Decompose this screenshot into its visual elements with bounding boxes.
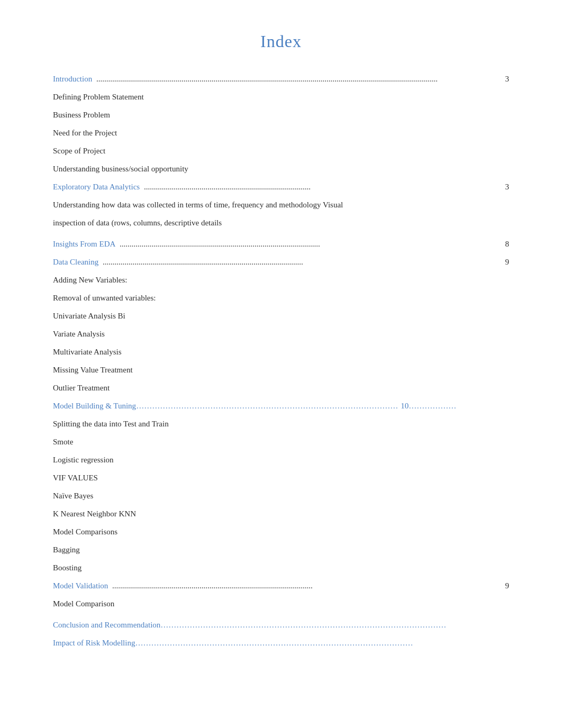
toc-entry-bagging: Bagging bbox=[53, 543, 509, 556]
toc-label-understanding-data: Understanding how data was collected in … bbox=[53, 198, 343, 211]
toc-dots-insights: ........................................… bbox=[117, 238, 496, 250]
toc-entry-data-cleaning: Data Cleaning ..........................… bbox=[53, 256, 509, 268]
toc-label-naive-bayes: Naïve Bayes bbox=[53, 489, 93, 502]
toc-label-inspection-data: inspection of data (rows, columns, descr… bbox=[53, 216, 222, 229]
toc-label-smote: Smote bbox=[53, 435, 73, 448]
toc-entry-multivariate: Multivariate Analysis bbox=[53, 345, 509, 358]
toc-entry-business-problem: Business Problem bbox=[53, 108, 509, 121]
toc-entry-outlier: Outlier Treatment bbox=[53, 381, 509, 394]
toc-entry-boosting: Boosting bbox=[53, 561, 509, 574]
toc-entry-insights-eda: Insights From EDA ......................… bbox=[53, 238, 509, 250]
toc-entry-model-comparisons: Model Comparisons bbox=[53, 525, 509, 538]
toc-entry-exploratory-data-analytics: Exploratory Data Analytics .............… bbox=[53, 180, 509, 193]
toc-entry-impact-risk: Impact of Risk Modelling…………………………………………… bbox=[53, 636, 509, 649]
toc-label-splitting-data: Splitting the data into Test and Train bbox=[53, 417, 169, 430]
toc-entry-inspection-data: inspection of data (rows, columns, descr… bbox=[53, 216, 509, 229]
toc-entry-knn: K Nearest Neighbor KNN bbox=[53, 507, 509, 520]
toc-label-defining-problem: Defining Problem Statement bbox=[53, 90, 144, 103]
toc-label-vif-values: VIF VALUES bbox=[53, 471, 98, 484]
toc-label-boosting: Boosting bbox=[53, 561, 81, 574]
toc-label-missing-value: Missing Value Treatment bbox=[53, 363, 133, 376]
toc-page-data-cleaning: 9 bbox=[498, 256, 509, 268]
toc-dots-data-cleaning: ........................................… bbox=[101, 256, 496, 268]
toc-page-model-validation: 9 bbox=[498, 579, 509, 592]
toc-dots-introduction: ........................................… bbox=[94, 72, 496, 85]
toc-dots-impact-risk: …………………………………………………………………………………………… bbox=[135, 639, 413, 647]
toc-page-introduction: 3 bbox=[498, 72, 509, 85]
toc-entry-variate: Variate Analysis bbox=[53, 327, 509, 340]
toc-label-business-problem: Business Problem bbox=[53, 108, 110, 121]
toc-entry-understanding-data: Understanding how data was collected in … bbox=[53, 198, 509, 211]
toc-entry-scope-of-project: Scope of Project bbox=[53, 144, 509, 157]
toc-entry-introduction: Introduction ...........................… bbox=[53, 72, 509, 85]
toc-label-introduction[interactable]: Introduction bbox=[53, 72, 92, 85]
toc-dots-model-building: ……………………………………………………………………………………… bbox=[136, 399, 398, 412]
toc-entry-model-validation: Model Validation .......................… bbox=[53, 579, 509, 592]
toc-dots-eda: ........................................… bbox=[142, 180, 496, 193]
toc-page-model-building: 10 bbox=[398, 399, 409, 412]
toc-label-scope-of-project: Scope of Project bbox=[53, 144, 105, 157]
toc-dots-conclusion: ……………………………………………………………………………………………… bbox=[160, 621, 446, 629]
toc-label-understanding-business: Understanding business/social opportunit… bbox=[53, 162, 188, 175]
toc-entry-understanding-business: Understanding business/social opportunit… bbox=[53, 162, 509, 175]
toc-label-data-cleaning[interactable]: Data Cleaning bbox=[53, 256, 98, 268]
toc-entry-naive-bayes: Naïve Bayes bbox=[53, 489, 509, 502]
toc-entry-splitting-data: Splitting the data into Test and Train bbox=[53, 417, 509, 430]
toc-label-adding-variables: Adding New Variables: bbox=[53, 274, 128, 286]
toc-entry-adding-variables: Adding New Variables: bbox=[53, 274, 509, 286]
toc-label-model-validation[interactable]: Model Validation bbox=[53, 579, 108, 592]
page-title: Index bbox=[53, 32, 509, 51]
toc-dots-model-validation: ........................................… bbox=[110, 579, 496, 592]
toc-label-exploratory-data-analytics[interactable]: Exploratory Data Analytics bbox=[53, 180, 140, 193]
toc-label-need-for-project: Need for the Project bbox=[53, 126, 117, 139]
toc-label-conclusion[interactable]: Conclusion and Recommendation bbox=[53, 621, 160, 629]
toc-dots-model-building-right: ……………… bbox=[409, 399, 456, 412]
toc-entry-logistic-regression: Logistic regression bbox=[53, 453, 509, 466]
toc-page-eda: 3 bbox=[498, 180, 509, 193]
toc-entry-model-comparison: Model Comparison bbox=[53, 597, 509, 610]
toc-label-univariate: Univariate Analysis Bi bbox=[53, 310, 125, 322]
toc-label-bagging: Bagging bbox=[53, 543, 80, 556]
toc-label-removal-unwanted: Removal of unwanted variables: bbox=[53, 292, 156, 304]
toc-label-logistic-regression: Logistic regression bbox=[53, 453, 114, 466]
toc-entry-need-for-project: Need for the Project bbox=[53, 126, 509, 139]
toc-entry-defining-problem: Defining Problem Statement bbox=[53, 90, 509, 103]
toc-label-variate: Variate Analysis bbox=[53, 327, 105, 340]
toc-label-model-building[interactable]: Model Building & Tuning bbox=[53, 399, 136, 412]
toc-label-model-comparisons: Model Comparisons bbox=[53, 525, 117, 538]
toc-label-insights-eda[interactable]: Insights From EDA bbox=[53, 238, 115, 250]
toc-page-insights: 8 bbox=[498, 238, 509, 250]
toc-label-outlier: Outlier Treatment bbox=[53, 381, 110, 394]
toc-label-knn: K Nearest Neighbor KNN bbox=[53, 507, 136, 520]
toc-label-impact-risk[interactable]: Impact of Risk Modelling bbox=[53, 639, 135, 647]
toc-container: Introduction ...........................… bbox=[53, 72, 509, 649]
toc-entry-univariate: Univariate Analysis Bi bbox=[53, 310, 509, 322]
toc-entry-removal-unwanted: Removal of unwanted variables: bbox=[53, 292, 509, 304]
toc-entry-missing-value: Missing Value Treatment bbox=[53, 363, 509, 376]
toc-entry-smote: Smote bbox=[53, 435, 509, 448]
toc-entry-model-building: Model Building & Tuning……………………………………………… bbox=[53, 399, 509, 412]
toc-label-model-comparison: Model Comparison bbox=[53, 597, 114, 610]
toc-entry-conclusion: Conclusion and Recommendation……………………………… bbox=[53, 618, 509, 631]
toc-label-multivariate: Multivariate Analysis bbox=[53, 345, 122, 358]
toc-entry-vif-values: VIF VALUES bbox=[53, 471, 509, 484]
